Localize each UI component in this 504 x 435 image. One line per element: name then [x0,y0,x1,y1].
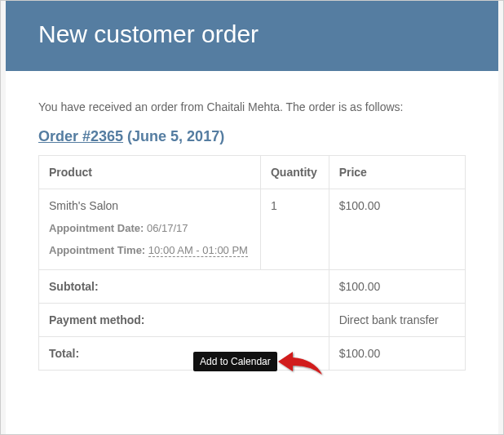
col-price: Price [329,156,465,189]
payment-row: Payment method: Direct bank transfer [39,303,466,336]
order-date: (June 5, 2017) [127,128,224,144]
payment-label: Payment method: [39,303,329,336]
subtotal-label: Subtotal: [39,269,329,303]
appt-time-label: Appointment Time: [49,244,145,256]
total-value: $100.00 [329,336,465,370]
email-header: New customer order [6,1,498,71]
appt-date-label: Appointment Date: [49,222,144,234]
line-item-row: Smith's Salon Appointment Date: 06/17/17… [39,189,466,270]
col-product: Product [39,156,261,189]
subtotal-value: $100.00 [329,269,465,303]
appt-time-link[interactable]: 10:00 AM - 01:00 PM [148,244,248,257]
intro-text: You have received an order from Chaitali… [38,100,466,113]
order-table: Product Quantity Price Smith's Salon App… [38,155,466,371]
appt-date: 06/17/17 [147,222,188,234]
page-title: New customer order [38,20,466,48]
total-label: Total: [39,336,329,370]
line-price: $100.00 [329,189,465,270]
line-quantity: 1 [260,189,329,270]
order-heading: Order #2365 (June 5, 2017) [38,128,466,145]
add-to-calendar-tooltip[interactable]: Add to Calendar [193,352,277,371]
order-link[interactable]: Order #2365 [38,128,123,144]
payment-value: Direct bank transfer [329,303,465,336]
subtotal-row: Subtotal: $100.00 [39,269,466,303]
col-quantity: Quantity [260,156,329,189]
product-name: Smith's Salon [49,199,250,212]
